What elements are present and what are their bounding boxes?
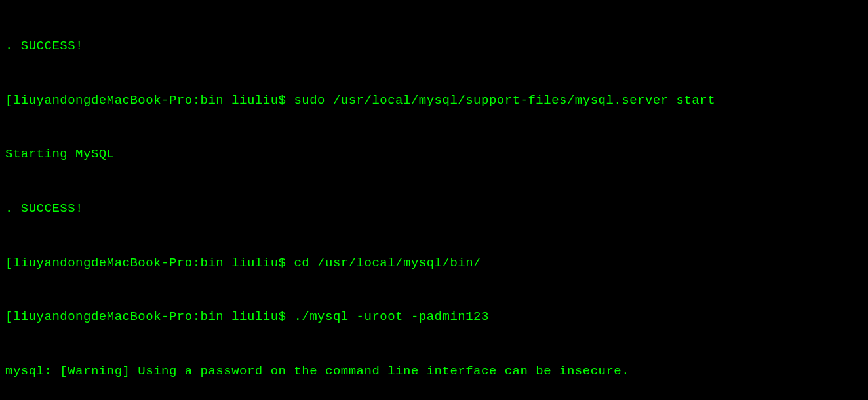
output-line: Starting MySQL [5, 146, 863, 164]
command-text: cd /usr/local/mysql/bin/ [294, 256, 481, 270]
terminal-window[interactable]: . SUCCESS! [liuyandongdeMacBook-Pro:bin … [0, 0, 868, 400]
output-line: . SUCCESS! [5, 200, 863, 218]
output-line: mysql: [Warning] Using a password on the… [5, 363, 863, 381]
command-text: sudo /usr/local/mysql/support-files/mysq… [294, 93, 715, 108]
prompt-line: [liuyandongdeMacBook-Pro:bin liuliu$ sud… [5, 92, 863, 110]
command-text: ./mysql -uroot -padmin123 [294, 310, 489, 324]
bracket-char: [ [5, 256, 13, 270]
shell-prompt: liuyandongdeMacBook-Pro:bin liuliu$ [13, 93, 294, 108]
prompt-line: [liuyandongdeMacBook-Pro:bin liuliu$ cd … [5, 254, 863, 273]
bracket-char: [ [5, 93, 13, 108]
output-line: . SUCCESS! [5, 37, 863, 56]
prompt-line: [liuyandongdeMacBook-Pro:bin liuliu$ ./m… [5, 308, 863, 327]
shell-prompt: liuyandongdeMacBook-Pro:bin liuliu$ [13, 310, 294, 324]
bracket-char: [ [5, 310, 13, 324]
shell-prompt: liuyandongdeMacBook-Pro:bin liuliu$ [13, 256, 294, 270]
